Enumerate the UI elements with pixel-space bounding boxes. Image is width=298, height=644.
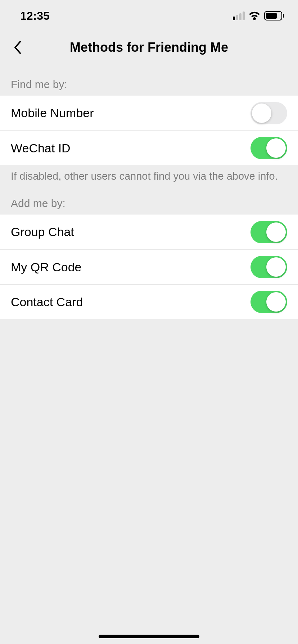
status-icons [233, 11, 284, 20]
wifi-icon [248, 12, 261, 20]
row-wechat-id: WeChat ID [0, 130, 298, 165]
home-indicator[interactable] [99, 635, 199, 638]
row-label: WeChat ID [11, 141, 71, 155]
list-find: Mobile Number WeChat ID [0, 96, 298, 165]
chevron-left-icon [13, 40, 22, 55]
row-label: My QR Code [11, 260, 82, 274]
row-group-chat: Group Chat [0, 215, 298, 249]
section-header-find: Find me by: [0, 63, 298, 96]
section-header-add: Add me by: [0, 182, 298, 215]
toggle-group-chat[interactable] [250, 221, 287, 243]
toggle-qr-code[interactable] [250, 256, 287, 278]
status-bar: 12:35 [0, 0, 298, 32]
row-contact-card: Contact Card [0, 284, 298, 319]
toggle-contact-card[interactable] [250, 291, 287, 313]
status-time: 12:35 [20, 9, 50, 23]
row-label: Group Chat [11, 225, 74, 239]
toggle-wechat-id[interactable] [250, 137, 287, 159]
row-mobile-number: Mobile Number [0, 96, 298, 130]
toggle-mobile-number[interactable] [250, 102, 287, 124]
list-add: Group Chat My QR Code Contact Card [0, 215, 298, 319]
row-label: Mobile Number [11, 106, 94, 120]
back-button[interactable] [9, 39, 26, 56]
section-footer-find: If disabled, other users cannot find you… [0, 165, 298, 182]
row-label: Contact Card [11, 295, 83, 309]
page-title: Methods for Friending Me [0, 40, 298, 55]
nav-bar: Methods for Friending Me [0, 32, 298, 63]
signal-icon [233, 12, 245, 20]
battery-icon [264, 11, 284, 20]
row-qr-code: My QR Code [0, 249, 298, 284]
